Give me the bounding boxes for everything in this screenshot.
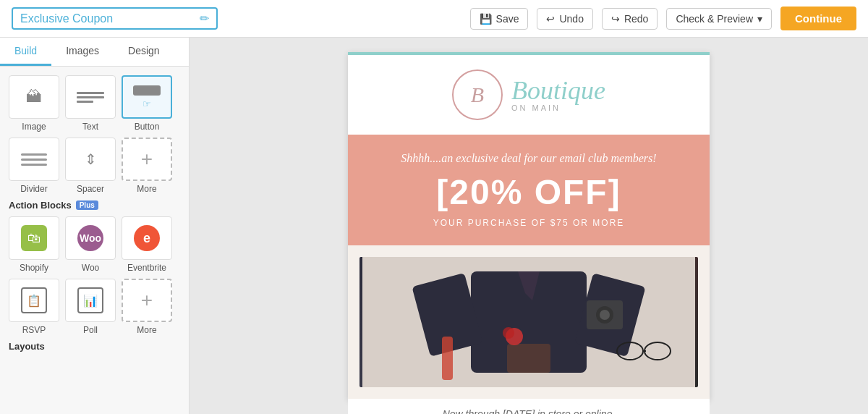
main-layout: Build Images Design 🏔 xyxy=(0,38,868,414)
eventbrite-block-icon: e xyxy=(122,216,172,260)
block-woo[interactable]: Woo Woo xyxy=(65,216,116,273)
product-image-section xyxy=(348,245,710,399)
text-block-label: Text xyxy=(82,122,98,132)
email-caption: Now through [DATE] in store or online. xyxy=(348,399,710,414)
more-basic-block-icon: + xyxy=(122,138,172,181)
boutique-text: Boutique ON MAIN xyxy=(511,77,605,112)
save-icon: 💾 xyxy=(480,13,492,25)
layouts-title: Layouts xyxy=(9,341,180,352)
poll-block-label: Poll xyxy=(83,325,98,335)
email-header-section: B Boutique ON MAIN xyxy=(348,52,710,135)
tab-design[interactable]: Design xyxy=(114,38,174,66)
eventbrite-icon: e xyxy=(134,225,160,251)
block-divider[interactable]: Divider xyxy=(9,138,59,194)
layouts-label: Layouts xyxy=(9,341,45,352)
block-more-basic[interactable]: + More xyxy=(122,138,172,194)
caption-text: Now through [DATE] in store or online. xyxy=(443,408,616,414)
button-block-label: Button xyxy=(135,122,160,132)
action-blocks-label: Action Blocks xyxy=(9,200,72,211)
block-poll[interactable]: 📊 Poll xyxy=(65,279,116,335)
check-preview-button[interactable]: Check & Preview ▾ xyxy=(666,8,772,30)
block-image[interactable]: 🏔 Image xyxy=(9,75,59,132)
plus-badge: Plus xyxy=(76,200,98,210)
sidebar-tabs: Build Images Design xyxy=(0,38,189,67)
save-button[interactable]: 💾 Save xyxy=(470,8,529,30)
block-shopify[interactable]: 🛍 Shopify xyxy=(9,216,59,273)
boutique-name: Boutique xyxy=(511,77,605,104)
product-image-svg xyxy=(362,257,695,387)
text-block-icon xyxy=(65,75,116,119)
poll-block-icon: 📊 xyxy=(65,279,116,322)
eventbrite-block-label: Eventbrite xyxy=(127,263,166,273)
spacer-block-label: Spacer xyxy=(77,184,104,194)
title-input-wrap[interactable]: ✏ xyxy=(12,7,218,30)
redo-label: Redo xyxy=(624,13,648,25)
tab-build[interactable]: Build xyxy=(0,38,51,66)
check-preview-label: Check & Preview xyxy=(676,13,753,25)
rsvp-icon: 📋 xyxy=(21,287,47,313)
block-more-action[interactable]: + More xyxy=(122,279,172,335)
spacer-block-icon: ⇕ xyxy=(65,138,116,181)
shopify-block-icon: 🛍 xyxy=(9,216,59,260)
image-block-icon: 🏔 xyxy=(9,75,59,119)
campaign-title-input[interactable] xyxy=(20,12,194,25)
preview-area: B Boutique ON MAIN Shhhh....an exclusive… xyxy=(190,38,868,414)
edit-icon: ✏ xyxy=(200,12,209,25)
product-image-placeholder xyxy=(359,257,698,387)
redo-button[interactable]: ↪ Redo xyxy=(602,8,658,30)
woo-block-label: Woo xyxy=(82,263,99,273)
logo-letter: B xyxy=(471,83,484,107)
block-spacer[interactable]: ⇕ Spacer xyxy=(65,138,116,194)
poll-icon: 📊 xyxy=(77,287,103,313)
undo-icon: ↩ xyxy=(546,13,555,25)
redo-icon: ↪ xyxy=(611,13,620,25)
svg-point-13 xyxy=(503,327,514,339)
action-blocks-grid: 🛍 Shopify Woo Woo e xyxy=(9,216,180,335)
spacer-arrows-icon: ⇕ xyxy=(85,151,97,168)
divider-block-label: Divider xyxy=(20,184,47,194)
coupon-terms: YOUR PURCHASE OF $75 OR MORE xyxy=(362,218,695,228)
more-action-block-label: More xyxy=(137,325,156,335)
tab-images[interactable]: Images xyxy=(51,38,114,66)
more-action-block-icon: + xyxy=(122,279,172,322)
action-blocks-title: Action Blocks Plus xyxy=(9,200,180,211)
divider-block-icon xyxy=(9,138,59,181)
block-eventbrite[interactable]: e Eventbrite xyxy=(122,216,172,273)
boutique-logo: B Boutique ON MAIN xyxy=(362,69,695,120)
svg-point-8 xyxy=(600,310,610,320)
continue-button[interactable]: Continue xyxy=(780,7,856,30)
block-text[interactable]: Text xyxy=(65,75,116,132)
coupon-section: Shhhh....an exclusive deal for our email… xyxy=(348,135,710,245)
sidebar: Build Images Design 🏔 xyxy=(0,38,190,414)
image-block-label: Image xyxy=(22,122,46,132)
button-block-icon: ☞ xyxy=(122,75,172,119)
plus-more-icon: + xyxy=(141,289,153,312)
more-basic-block-label: More xyxy=(137,184,156,194)
logo-circle: B xyxy=(452,69,503,120)
block-button[interactable]: ☞ Button xyxy=(122,75,172,132)
chevron-down-icon: ▾ xyxy=(757,13,762,25)
undo-button[interactable]: ↩ Undo xyxy=(537,8,592,30)
image-mountain-icon: 🏔 xyxy=(26,88,42,106)
basic-blocks-section: 🏔 Image xyxy=(0,67,189,366)
woo-block-icon: Woo xyxy=(65,216,116,260)
rsvp-block-label: RSVP xyxy=(22,325,46,335)
coupon-discount: [20% OFF] xyxy=(362,172,695,212)
woo-icon: Woo xyxy=(77,225,103,251)
basic-blocks-grid: 🏔 Image xyxy=(9,75,180,194)
header: ✏ 💾 Save ↩ Undo ↪ Redo Check & Preview ▾… xyxy=(0,0,868,38)
rsvp-block-icon: 📋 xyxy=(9,279,59,322)
coupon-tagline: Shhhh....an exclusive deal for our email… xyxy=(362,152,695,165)
svg-rect-5 xyxy=(507,344,550,373)
shopify-block-label: Shopify xyxy=(20,263,48,273)
email-preview: B Boutique ON MAIN Shhhh....an exclusive… xyxy=(348,52,710,400)
block-rsvp[interactable]: 📋 RSVP xyxy=(9,279,59,335)
save-label: Save xyxy=(496,13,519,25)
plus-icon: + xyxy=(141,148,153,171)
continue-label: Continue xyxy=(795,12,842,25)
undo-label: Undo xyxy=(559,13,583,25)
svg-rect-14 xyxy=(442,337,453,380)
shopify-icon: 🛍 xyxy=(21,225,47,251)
